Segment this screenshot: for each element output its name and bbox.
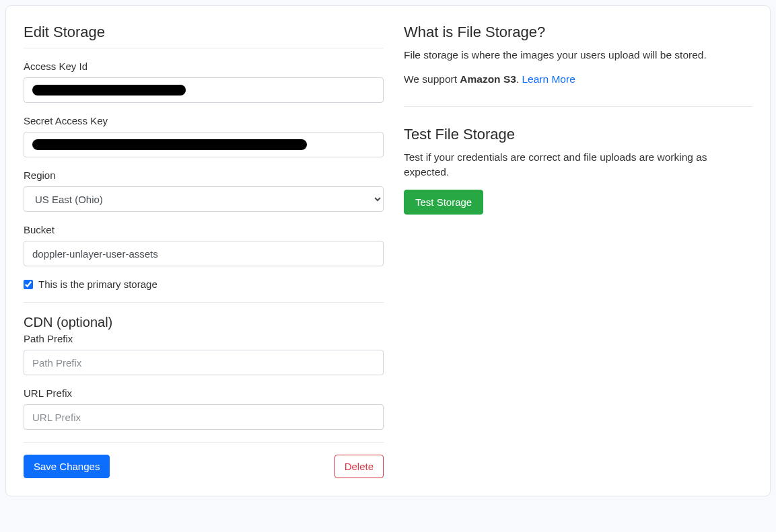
primary-storage-checkbox[interactable] <box>24 280 33 289</box>
region-select[interactable]: US East (Ohio) <box>24 186 384 212</box>
field-path-prefix: Path Prefix <box>24 333 384 375</box>
url-prefix-input[interactable] <box>24 404 384 430</box>
support-line: We support Amazon S3. Learn More <box>404 72 752 87</box>
test-file-storage-desc: Test if your credentials are correct and… <box>404 150 752 180</box>
storage-settings-card: Edit Storage Access Key Id Secret Access… <box>5 5 771 496</box>
info-panel: What is File Storage? File storage is wh… <box>404 24 752 478</box>
what-is-file-storage-title: What is File Storage? <box>404 24 752 41</box>
cdn-title: CDN (optional) <box>24 315 384 330</box>
primary-storage-checkbox-row: This is the primary storage <box>24 278 384 290</box>
field-secret-access-key: Secret Access Key <box>24 115 384 157</box>
edit-storage-title: Edit Storage <box>24 24 384 41</box>
path-prefix-label: Path Prefix <box>24 333 384 344</box>
what-is-file-storage-desc: File storage is where the images your us… <box>404 48 752 63</box>
bucket-label: Bucket <box>24 224 384 235</box>
support-prefix: We support <box>404 73 460 85</box>
field-access-key-id: Access Key Id <box>24 61 384 103</box>
save-button[interactable]: Save Changes <box>24 455 110 478</box>
form-actions: Save Changes Delete <box>24 442 384 478</box>
divider <box>24 48 384 48</box>
field-region: Region US East (Ohio) <box>24 169 384 212</box>
path-prefix-input[interactable] <box>24 350 384 375</box>
access-key-id-label: Access Key Id <box>24 61 384 72</box>
test-storage-button[interactable]: Test Storage <box>404 190 483 215</box>
test-file-storage-title: Test File Storage <box>404 126 752 143</box>
divider <box>404 106 752 107</box>
primary-storage-checkbox-label: This is the primary storage <box>38 278 157 290</box>
access-key-id-input[interactable] <box>24 77 384 103</box>
field-url-prefix: URL Prefix <box>24 387 384 430</box>
region-label: Region <box>24 169 384 181</box>
learn-more-link[interactable]: Learn More <box>522 73 575 85</box>
redacted-value <box>32 139 307 150</box>
field-bucket: Bucket <box>24 224 384 266</box>
url-prefix-label: URL Prefix <box>24 387 384 399</box>
support-provider: Amazon S3 <box>460 73 516 85</box>
delete-button[interactable]: Delete <box>334 455 384 478</box>
redacted-value <box>32 85 186 96</box>
edit-storage-form: Edit Storage Access Key Id Secret Access… <box>24 24 384 478</box>
divider <box>24 302 384 303</box>
secret-access-key-label: Secret Access Key <box>24 115 384 126</box>
secret-access-key-input[interactable] <box>24 132 384 157</box>
bucket-input[interactable] <box>24 241 384 266</box>
